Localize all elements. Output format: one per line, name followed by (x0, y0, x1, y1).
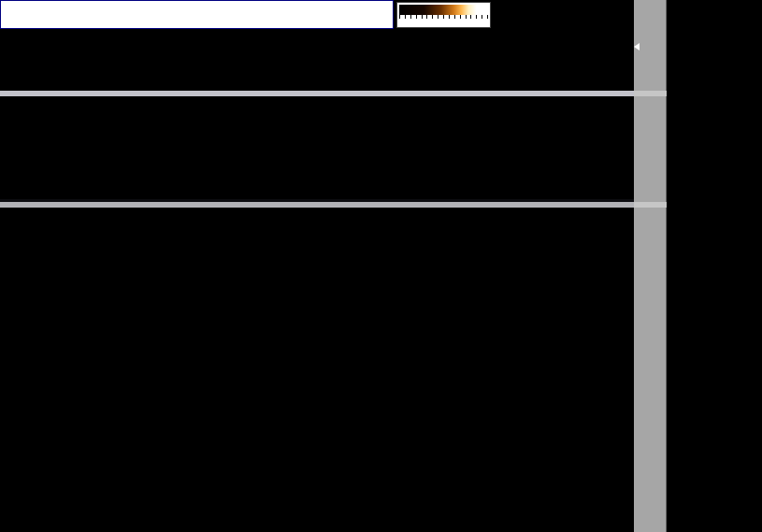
geophone-spectrogram-canvas (0, 96, 634, 199)
colorbar-legend (396, 2, 491, 28)
vlf-monitor-screen (0, 0, 762, 532)
separator (0, 91, 634, 96)
colorbar-gradient (399, 5, 488, 15)
frequency-axis-strip (634, 0, 667, 532)
colorbar-ticks (399, 15, 488, 20)
spectrum-panel-canvas (667, 0, 762, 532)
axis-band (634, 91, 667, 96)
efield-spectrogram-canvas (0, 208, 634, 532)
axis-band (634, 202, 667, 208)
separator (0, 202, 634, 208)
zero-level-marker-icon (634, 43, 640, 50)
station-title-box (0, 0, 394, 29)
